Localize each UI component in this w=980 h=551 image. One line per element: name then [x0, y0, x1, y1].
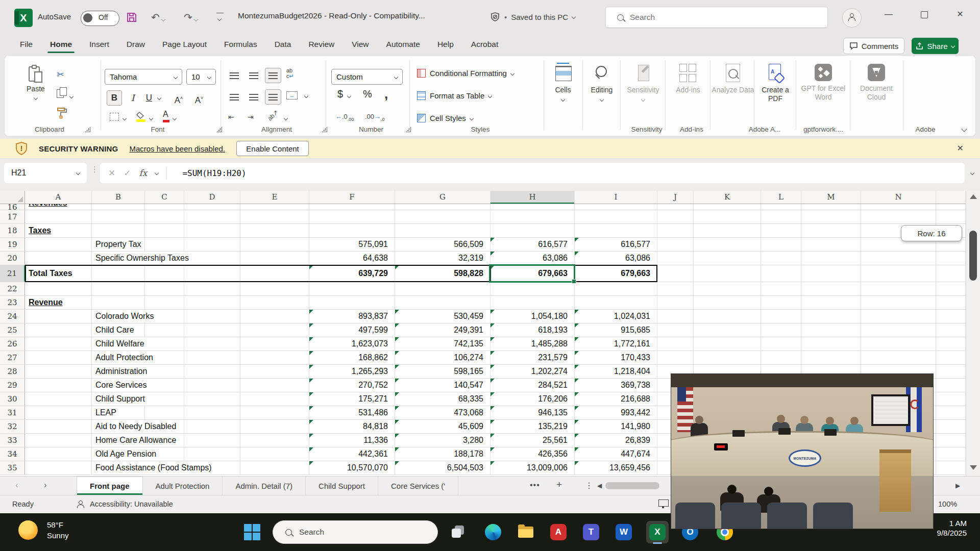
cell-J22[interactable] [657, 282, 694, 295]
cell-A31[interactable] [25, 406, 92, 419]
cell-H22[interactable] [491, 282, 575, 295]
cell-A17[interactable] [25, 210, 92, 223]
cell-L22[interactable] [761, 282, 801, 295]
cell-I30[interactable]: 216,688 [575, 392, 657, 406]
cell-N21[interactable] [861, 265, 936, 282]
start-button[interactable] [244, 524, 260, 540]
taskbar-excel-icon[interactable]: X [646, 521, 669, 543]
taskbar-edge-icon[interactable] [482, 521, 504, 543]
cell-C21[interactable] [145, 265, 184, 282]
ribbon-tab-review[interactable]: Review [300, 36, 343, 53]
account-avatar[interactable] [842, 8, 862, 28]
cell-I33[interactable]: 26,839 [575, 434, 657, 447]
cell-A22[interactable] [25, 282, 92, 295]
paste-button[interactable]: Paste [20, 65, 52, 101]
orientation-dropdown[interactable] [284, 116, 288, 120]
sheet-tab-core-services[interactable]: Core Services (' [378, 477, 458, 495]
cell-E32[interactable] [240, 420, 309, 433]
cell-E18[interactable] [240, 224, 309, 237]
cell-K16[interactable] [694, 204, 761, 210]
cell-A26[interactable] [25, 337, 92, 350]
cell-x17[interactable] [936, 210, 966, 223]
cell-D21[interactable] [184, 265, 240, 282]
cell-F19[interactable]: 575,091 [309, 238, 395, 251]
font-launcher[interactable] [217, 127, 222, 132]
cell-E16[interactable] [240, 204, 309, 210]
row-header-34[interactable]: 34 [0, 447, 25, 461]
cell-I34[interactable]: 447,674 [575, 447, 657, 461]
bold-button[interactable]: B [107, 90, 122, 106]
cell-K17[interactable] [694, 210, 761, 223]
cell-M16[interactable] [801, 204, 861, 210]
tab-scroll-left-icon[interactable]: ◀ [597, 482, 602, 489]
italic-button[interactable]: I [125, 90, 140, 106]
cell-G27[interactable]: 106,274 [395, 351, 491, 364]
row-header-25[interactable]: 25 [0, 323, 25, 337]
cell-I20[interactable]: 63,086 [575, 252, 657, 265]
cell-I24[interactable]: 1,024,031 [575, 310, 657, 323]
cell-A33[interactable] [25, 434, 92, 447]
warning-close-icon[interactable]: ✕ [957, 143, 964, 153]
column-header-F[interactable]: F [309, 191, 395, 204]
cell-C31[interactable] [145, 406, 184, 419]
row-header-23[interactable]: 23 [0, 296, 25, 309]
cell-C16[interactable] [145, 204, 184, 210]
vertical-scrollbar[interactable] [966, 191, 980, 476]
column-header-N[interactable]: N [861, 191, 936, 204]
clipboard-launcher[interactable] [85, 127, 90, 132]
cell-J25[interactable] [657, 323, 694, 337]
cell-A21[interactable]: Total Taxes [25, 265, 92, 282]
cell-H17[interactable] [491, 210, 575, 223]
cell-D22[interactable] [184, 282, 240, 295]
cell-x23[interactable] [936, 296, 966, 309]
taskbar-clock[interactable]: 1 AM9/8/2025 [937, 518, 967, 538]
cell-J16[interactable] [657, 204, 694, 210]
cell-K26[interactable] [694, 337, 761, 350]
cell-K27[interactable] [694, 351, 761, 364]
cell-M25[interactable] [801, 323, 861, 337]
cell-A18[interactable]: Taxes [25, 224, 92, 237]
cell-C22[interactable] [145, 282, 184, 295]
orientation-icon[interactable]: ab↗ [266, 109, 279, 122]
more-sheets-icon[interactable]: ••• [530, 481, 540, 490]
align-middle-icon[interactable] [246, 68, 262, 83]
cell-x31[interactable] [936, 406, 966, 419]
cell-F28[interactable]: 1,265,293 [309, 365, 395, 378]
cell-L18[interactable] [761, 224, 801, 237]
sheet-tab-adult-protection[interactable]: Adult Protection [143, 477, 223, 495]
cell-B18[interactable] [92, 224, 145, 237]
cell-x28[interactable] [936, 365, 966, 378]
excel-app-icon[interactable]: X [14, 9, 33, 27]
cell-styles-button[interactable]: Cell Styles [417, 114, 473, 122]
cell-D20[interactable] [184, 252, 240, 265]
cell-E21[interactable] [240, 265, 309, 282]
cell-B27[interactable]: Adult Protection [92, 351, 145, 364]
column-header-D[interactable]: D [184, 191, 240, 204]
formula-input[interactable]: ✕ ✓ fx =SUM(H19:H20) [100, 163, 965, 183]
sheet-options-icon[interactable]: ⋮ [585, 481, 593, 490]
cell-N24[interactable] [861, 310, 936, 323]
cell-x35[interactable] [936, 461, 966, 474]
borders-icon[interactable] [110, 113, 119, 121]
display-settings-icon[interactable] [658, 499, 669, 507]
cell-F16[interactable] [309, 204, 395, 210]
cell-G28[interactable]: 598,165 [395, 365, 491, 378]
collapse-ribbon-icon[interactable] [961, 126, 967, 132]
sheet-tab-child-support[interactable]: Child Support [306, 477, 378, 495]
cell-E25[interactable] [240, 323, 309, 337]
cell-K19[interactable] [694, 238, 761, 251]
cell-H31[interactable]: 946,135 [491, 406, 575, 419]
minimize-button[interactable]: — [874, 0, 903, 29]
cut-icon[interactable]: ✂ [57, 69, 64, 80]
cell-M24[interactable] [801, 310, 861, 323]
column-header-H[interactable]: H [491, 191, 575, 204]
cell-I26[interactable]: 1,772,161 [575, 337, 657, 350]
cell-J26[interactable] [657, 337, 694, 350]
cell-F29[interactable]: 270,752 [309, 379, 395, 392]
row-header-31[interactable]: 31 [0, 406, 25, 419]
cell-B21[interactable] [92, 265, 145, 282]
cell-A28[interactable] [25, 365, 92, 378]
cell-F32[interactable]: 84,818 [309, 420, 395, 433]
ribbon-tab-help[interactable]: Help [429, 36, 462, 53]
column-header-L[interactable]: L [761, 191, 801, 204]
